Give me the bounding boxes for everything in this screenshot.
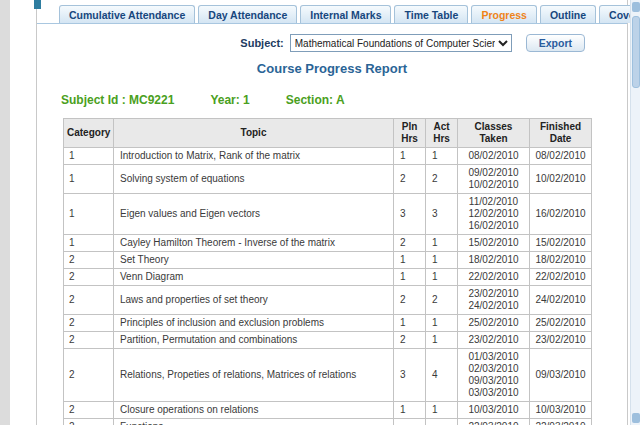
pln-hrs-cell: 3 [394, 194, 426, 235]
export-button[interactable]: Export [526, 34, 585, 52]
table-row: 2Set Theory1118/02/201018/02/2010 [64, 252, 592, 269]
page-left-margin [0, 0, 10, 425]
classes-taken-cell: 23/02/2010 24/02/2010 [458, 286, 530, 315]
table-header-row: CategoryTopicPln HrsAct HrsClasses Taken… [64, 119, 592, 148]
content-panel: Cumulative AttendanceDay AttendanceInter… [36, 0, 628, 425]
table-row: 2Laws and properties of set theory2223/0… [64, 286, 592, 315]
category-cell: 1 [64, 194, 114, 235]
finished-date-cell: 25/02/2010 [530, 315, 592, 332]
pln-hrs-cell: 1 [394, 269, 426, 286]
pln-hrs-cell: 1 [394, 148, 426, 165]
topic-cell: Venn Diagram [114, 269, 394, 286]
page-title: Course Progress Report [37, 61, 627, 76]
finished-date-cell: 15/02/2010 [530, 235, 592, 252]
act-hrs-cell: 3 [426, 194, 458, 235]
act-hrs-cell: 1 [426, 402, 458, 419]
pln-hrs-cell: 1 [394, 315, 426, 332]
act-hrs-cell: 1 [426, 235, 458, 252]
pln-hrs-cell: 3 [394, 349, 426, 402]
column-header: Finished Date [530, 119, 592, 148]
column-header: Pln Hrs [394, 119, 426, 148]
scrollbar-thumb[interactable] [632, 16, 640, 88]
category-cell: 2 [64, 402, 114, 419]
progress-table-body: 1Introduction to Matrix, Rank of the mat… [64, 148, 592, 425]
corner-accent [34, 0, 41, 9]
finished-date-cell: 23/02/2010 [530, 332, 592, 349]
act-hrs-cell: 1 [426, 252, 458, 269]
classes-taken-cell: 23/02/2010 [458, 332, 530, 349]
table-row: 2Principles of inclusion and exclusion p… [64, 315, 592, 332]
table-row: 2Relations, Propeties of relations, Matr… [64, 349, 592, 402]
topic-cell: Partition, Permutation and combinations [114, 332, 394, 349]
classes-taken-cell: 11/02/2010 12/02/2010 16/02/2010 [458, 194, 530, 235]
classes-taken-cell: 15/02/2010 [458, 235, 530, 252]
topic-cell: Solving system of equations [114, 165, 394, 194]
act-hrs-cell: 4 [426, 349, 458, 402]
column-header: Topic [114, 119, 394, 148]
classes-taken-cell: 08/02/2010 [458, 148, 530, 165]
tab-day-attendance[interactable]: Day Attendance [198, 5, 297, 23]
category-cell: 1 [64, 148, 114, 165]
progress-table: CategoryTopicPln HrsAct HrsClasses Taken… [63, 118, 592, 425]
pln-hrs-cell: 1 [394, 402, 426, 419]
act-hrs-cell: 2 [426, 165, 458, 194]
pln-hrs-cell: 2 [394, 235, 426, 252]
finished-date-cell: 10/02/2010 [530, 165, 592, 194]
finished-date-cell: 24/02/2010 [530, 286, 592, 315]
classes-taken-cell: 25/02/2010 [458, 315, 530, 332]
act-hrs-cell: 1 [426, 315, 458, 332]
finished-date-cell: 10/03/2010 [530, 402, 592, 419]
tab-cumulative-attendance[interactable]: Cumulative Attendance [59, 5, 195, 23]
topic-cell: Introduction to Matrix, Rank of the matr… [114, 148, 394, 165]
finished-date-cell: 18/02/2010 [530, 252, 592, 269]
category-cell: 2 [64, 419, 114, 425]
category-cell: 1 [64, 235, 114, 252]
finished-date-cell: 22/02/2010 [530, 269, 592, 286]
act-hrs-cell: 1 [426, 269, 458, 286]
act-hrs-cell [426, 419, 458, 425]
pln-hrs-cell: 2 [394, 286, 426, 315]
tab-bar: Cumulative AttendanceDay AttendanceInter… [37, 0, 627, 24]
category-cell: 2 [64, 349, 114, 402]
topic-cell: Laws and properties of set theory [114, 286, 394, 315]
category-cell: 2 [64, 315, 114, 332]
subject-select[interactable]: Mathematical Foundations of Computer Sci… [290, 34, 512, 52]
course-info-line: Subject Id : MC9221 Year: 1 Section: A [61, 93, 627, 107]
column-header: Category [64, 119, 114, 148]
table-row: 2Closure operations on relations1110/03/… [64, 402, 592, 419]
vertical-scrollbar[interactable] [630, 0, 640, 425]
subject-id-value: Subject Id : MC9221 [61, 93, 174, 107]
table-row: 1Cayley Hamilton Theorem - Inverse of th… [64, 235, 592, 252]
topic-cell: Cayley Hamilton Theorem - Inverse of the… [114, 235, 394, 252]
classes-taken-cell: 01/03/2010 02/03/2010 09/03/2010 03/03/2… [458, 349, 530, 402]
page: Cumulative AttendanceDay AttendanceInter… [0, 0, 640, 425]
table-row: 2Partition, Permutation and combinations… [64, 332, 592, 349]
topic-cell: Eigen values and Eigen vectors [114, 194, 394, 235]
finished-date-cell: 22/03/2010 [530, 419, 592, 425]
topic-cell: Set Theory [114, 252, 394, 269]
tab-internal-marks[interactable]: Internal Marks [300, 5, 391, 23]
section-value: Section: A [286, 93, 345, 107]
scroll-up-arrow-icon[interactable] [632, 2, 640, 12]
tab-time-table[interactable]: Time Table [394, 5, 468, 23]
pln-hrs-cell: 2 [394, 332, 426, 349]
subject-bar: Subject: Mathematical Foundations of Com… [37, 33, 585, 53]
category-cell: 2 [64, 332, 114, 349]
finished-date-cell: 09/03/2010 [530, 349, 592, 402]
classes-taken-cell: 09/02/2010 10/02/2010 [458, 165, 530, 194]
tab-outline[interactable]: Outline [540, 5, 596, 23]
table-row: 1Eigen values and Eigen vectors3311/02/2… [64, 194, 592, 235]
category-cell: 2 [64, 269, 114, 286]
topic-cell: Functions [114, 419, 394, 425]
table-row: 2Functions22/03/201022/03/2010 [64, 419, 592, 425]
category-cell: 2 [64, 252, 114, 269]
classes-taken-cell: 22/03/2010 [458, 419, 530, 425]
table-row: 2Venn Diagram1122/02/201022/02/2010 [64, 269, 592, 286]
classes-taken-cell: 10/03/2010 [458, 402, 530, 419]
tab-progress[interactable]: Progress [471, 5, 537, 23]
classes-taken-cell: 22/02/2010 [458, 269, 530, 286]
topic-cell: Closure operations on relations [114, 402, 394, 419]
pln-hrs-cell [394, 419, 426, 425]
scroll-down-arrow-icon[interactable] [632, 413, 640, 423]
classes-taken-cell: 18/02/2010 [458, 252, 530, 269]
